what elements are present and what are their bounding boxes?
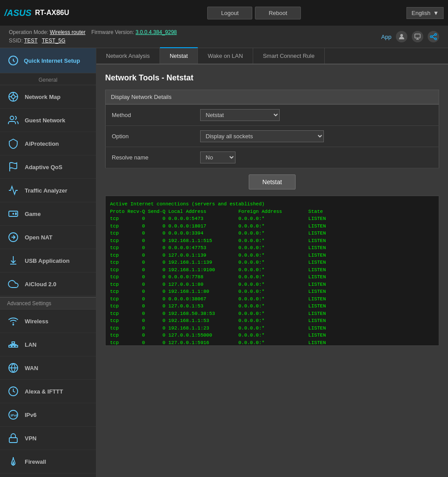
sidebar-item-wan[interactable]: WAN <box>0 356 96 380</box>
ssid-5g: TEST_5G <box>42 38 65 44</box>
info-text-area: Operation Mode: Wireless router Firmware… <box>9 28 177 45</box>
method-cell: Netstat Route ARP <box>194 105 439 126</box>
svg-point-22 <box>15 214 16 215</box>
adaptive-qos-icon <box>7 161 19 173</box>
option-select[interactable]: Display all sockets Display all TCP Disp… <box>200 130 324 142</box>
adaptive-qos-label: Adaptive QoS <box>25 164 62 170</box>
firmware-value: 3.0.0.4.384_9298 <box>136 29 177 35</box>
wan-label: WAN <box>25 365 38 371</box>
aiprotection-icon <box>7 137 19 150</box>
option-label: Option <box>106 126 194 147</box>
method-select[interactable]: Netstat Route ARP <box>200 109 280 121</box>
sidebar-item-aicloud[interactable]: AiCloud 2.0 <box>0 273 96 296</box>
operation-mode-line: Operation Mode: Wireless router Firmware… <box>9 28 177 37</box>
network-map-icon <box>7 91 19 103</box>
aicloud-label: AiCloud 2.0 <box>25 281 57 288</box>
info-icons: App <box>381 31 439 42</box>
resolve-name-select[interactable]: No Yes <box>200 151 235 163</box>
netstat-output[interactable]: Active Internet connections (servers and… <box>105 196 439 346</box>
usb-application-label: USB Application <box>25 257 69 264</box>
game-label: Game <box>25 211 41 217</box>
sidebar-item-usb-application[interactable]: USB Application <box>0 249 96 273</box>
sidebar-item-quick-setup[interactable]: Quick Internet Setup <box>0 48 96 73</box>
asus-logo: /ASUS <box>4 8 31 18</box>
operation-mode-value: Wireless router <box>50 29 86 35</box>
top-bar: /ASUS RT-AX86U Logout Reboot English ▼ <box>0 0 448 26</box>
model-label: RT-AX86U <box>35 9 69 17</box>
section-header: Display Network Details <box>105 90 439 104</box>
sidebar-item-vpn[interactable]: VPN <box>0 427 96 450</box>
svg-point-6 <box>435 38 437 40</box>
svg-point-4 <box>435 34 437 35</box>
alexa-icon <box>7 385 19 398</box>
general-section-label: General <box>0 73 96 85</box>
ssid-2g: TEST <box>24 38 37 44</box>
alexa-label: Alexa & IFTTT <box>25 388 63 395</box>
resolve-name-row: Resolve name No Yes <box>106 147 439 168</box>
monitor-icon[interactable] <box>412 31 423 42</box>
vpn-label: VPN <box>25 435 37 442</box>
sidebar-item-ipv6[interactable]: IPv6 IPv6 <box>0 403 96 427</box>
vpn-icon <box>7 432 19 444</box>
option-cell: Display all sockets Display all TCP Disp… <box>194 126 439 147</box>
ssid-label: SSID: <box>9 38 23 44</box>
resolve-name-cell: No Yes <box>194 147 439 168</box>
svg-point-11 <box>11 95 15 98</box>
svg-line-7 <box>432 35 435 36</box>
svg-rect-27 <box>15 345 18 347</box>
tab-network-analysis[interactable]: Network Analysis <box>96 48 160 64</box>
logo-area: /ASUS RT-AX86U <box>4 8 102 18</box>
sidebar-item-firewall[interactable]: Firewall <box>0 450 96 473</box>
firewall-icon <box>7 455 19 468</box>
sidebar-item-wireless[interactable]: Wireless <box>0 310 96 333</box>
tab-smart-connect-rule[interactable]: Smart Connect Rule <box>253 48 325 64</box>
operation-mode-label: Operation Mode: <box>9 29 48 35</box>
ipv6-label: IPv6 <box>25 412 37 418</box>
sidebar-item-open-nat[interactable]: Open NAT <box>0 226 96 249</box>
method-label: Method <box>106 105 194 126</box>
svg-rect-38 <box>9 438 17 443</box>
wan-icon <box>7 362 19 374</box>
app-label: App <box>381 34 391 40</box>
firewall-label: Firewall <box>25 458 46 465</box>
sidebar-item-traffic-analyzer[interactable]: Traffic Analyzer <box>0 179 96 202</box>
firmware-label: Firmware Version: <box>91 29 134 35</box>
svg-text:IPv6: IPv6 <box>11 413 18 417</box>
netstat-button[interactable]: Netstat <box>249 174 296 189</box>
form-table: Method Netstat Route ARP Option Display … <box>105 104 439 168</box>
top-buttons: Logout Reboot <box>102 7 406 19</box>
info-bar: Operation Mode: Wireless router Firmware… <box>0 26 448 48</box>
sidebar: Quick Internet Setup General Network Map… <box>0 48 96 477</box>
svg-point-16 <box>10 116 14 120</box>
svg-point-24 <box>13 324 14 325</box>
reboot-button[interactable]: Reboot <box>255 7 301 19</box>
guest-network-label: Guest Network <box>25 117 65 124</box>
guest-network-icon <box>7 114 19 126</box>
user-icon[interactable] <box>396 31 407 42</box>
ipv6-icon: IPv6 <box>7 409 19 421</box>
sidebar-item-administration[interactable]: Administration <box>0 473 96 477</box>
share-icon[interactable] <box>428 31 439 42</box>
method-row: Method Netstat Route ARP <box>106 105 439 126</box>
sidebar-item-guest-network[interactable]: Guest Network <box>0 109 96 132</box>
language-selector[interactable]: English ▼ <box>406 7 444 19</box>
sidebar-item-aiprotection[interactable]: AiProtection <box>0 132 96 155</box>
quick-setup-icon <box>7 54 19 67</box>
sidebar-item-alexa[interactable]: Alexa & IFTTT <box>0 380 96 403</box>
quick-setup-label: Quick Internet Setup <box>24 57 80 64</box>
sidebar-item-adaptive-qos[interactable]: Adaptive QoS <box>0 155 96 179</box>
netstat-btn-row: Netstat <box>105 174 439 189</box>
wireless-label: Wireless <box>25 318 48 325</box>
sidebar-item-lan[interactable]: LAN <box>0 333 96 356</box>
chevron-down-icon: ▼ <box>433 10 439 16</box>
sidebar-item-game[interactable]: Game <box>0 202 96 226</box>
traffic-analyzer-label: Traffic Analyzer <box>25 187 67 194</box>
resolve-name-label: Resolve name <box>106 147 194 168</box>
svg-rect-1 <box>415 34 420 38</box>
logout-button[interactable]: Logout <box>207 7 252 19</box>
open-nat-icon <box>7 231 19 243</box>
tab-netstat[interactable]: Netstat <box>160 47 198 64</box>
sidebar-item-network-map[interactable]: Network Map <box>0 85 96 109</box>
tab-wake-on-lan[interactable]: Wake on LAN <box>198 48 253 64</box>
svg-point-0 <box>400 34 403 37</box>
